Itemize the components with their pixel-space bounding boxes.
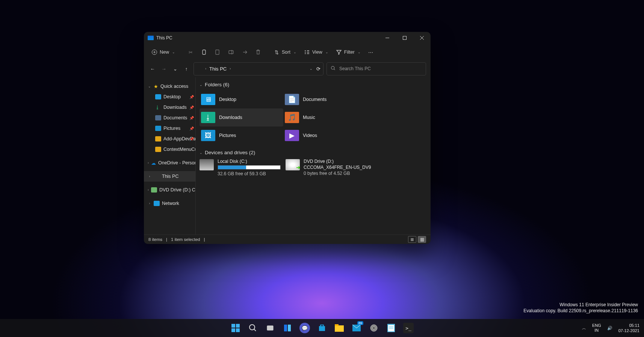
minimize-button[interactable] — [379, 32, 396, 44]
folder-icon: ▶ — [285, 130, 299, 141]
delete-button[interactable] — [254, 48, 263, 57]
search-icon — [331, 66, 336, 72]
drive-size: 0 bytes free of 4.52 GB — [304, 170, 371, 176]
breadcrumb-location[interactable]: This PC — [209, 66, 227, 72]
sidebar-network[interactable]: ›Network — [144, 198, 195, 209]
folder-label: Documents — [303, 97, 327, 102]
sidebar-item-pictures[interactable]: Pictures📌 — [144, 123, 195, 134]
svg-point-10 — [249, 325, 255, 330]
folder-videos[interactable]: ▶Videos — [283, 126, 367, 144]
sidebar-quick-access[interactable]: ⌄★Quick access — [144, 81, 195, 92]
chevron-right-icon[interactable]: › — [230, 67, 231, 71]
dvd-icon — [151, 187, 157, 193]
explorer-button[interactable] — [334, 323, 345, 333]
mail-button[interactable]: 89 — [351, 323, 362, 333]
network-icon — [154, 201, 160, 206]
pc-icon — [148, 36, 154, 40]
sidebar-item-folder[interactable]: ContextMenuCust — [144, 144, 195, 155]
folder-downloads[interactable]: ⭳Downloads — [200, 108, 283, 126]
back-button[interactable]: ← — [148, 65, 157, 73]
folder-label: Videos — [303, 133, 317, 138]
sidebar-item-desktop[interactable]: Desktop📌 — [144, 92, 195, 102]
chevron-down-icon[interactable]: ⌄ — [310, 67, 313, 71]
filter-menu[interactable]: Filter⌄ — [334, 48, 362, 57]
store-button[interactable] — [317, 323, 327, 333]
drive-dvd[interactable]: ➜ DVD Drive (D:) CCCOMA_X64FRE_EN-US_DV9… — [286, 158, 426, 177]
maximize-button[interactable] — [396, 32, 413, 44]
new-menu[interactable]: New⌄ — [150, 48, 177, 57]
documents-icon — [155, 115, 161, 120]
tiles-view-button[interactable]: ▦ — [418, 236, 426, 243]
dvd-icon: ➜ — [286, 159, 300, 170]
group-drives[interactable]: ⌄Devices and drives (2) — [200, 150, 426, 155]
widgets-button[interactable] — [282, 323, 293, 333]
mail-badge: 89 — [357, 321, 363, 325]
notepad-button[interactable] — [386, 323, 396, 333]
folder-desktop[interactable]: 🖥Desktop — [200, 90, 283, 108]
status-bar: 8 items | 1 item selected | ≣ ▦ — [144, 235, 431, 244]
terminal-button[interactable]: >_ — [403, 323, 414, 333]
volume-icon[interactable]: 🔊 — [607, 326, 612, 331]
history-dropdown[interactable]: ⌄ — [171, 65, 179, 73]
more-menu[interactable]: ⋯ — [367, 48, 375, 57]
language-secondary[interactable]: IN — [592, 328, 601, 333]
sidebar-item-documents[interactable]: Documents📌 — [144, 113, 195, 123]
drive-progress — [218, 165, 281, 170]
search-placeholder: Search This PC — [339, 66, 371, 71]
pc-icon — [196, 66, 202, 71]
folder-documents[interactable]: 📄Documents — [283, 90, 367, 108]
taskview-button[interactable] — [265, 323, 275, 333]
view-menu[interactable]: View⌄ — [302, 48, 330, 57]
up-button[interactable]: ↑ — [182, 65, 190, 73]
sidebar-this-pc[interactable]: ›This PC — [144, 171, 195, 182]
svg-rect-8 — [231, 328, 235, 332]
search-box[interactable]: Search This PC — [327, 62, 426, 75]
svg-point-20 — [373, 327, 375, 329]
settings-button[interactable] — [369, 323, 379, 333]
copy-button[interactable] — [200, 48, 209, 57]
svg-rect-11 — [267, 326, 273, 330]
drive-volume: CCCOMA_X64FRE_EN-US_DV9 — [304, 164, 371, 170]
search-button[interactable] — [248, 323, 258, 333]
start-button[interactable] — [230, 323, 241, 333]
drive-local-disk[interactable]: Local Disk (C:) 32.6 GB free of 59.3 GB — [200, 158, 283, 177]
clock[interactable]: 05:11 07-12-2021 — [618, 323, 639, 334]
drive-size: 32.6 GB free of 59.3 GB — [218, 171, 281, 177]
address-bar[interactable]: › This PC › ⌄ ⟳ — [194, 62, 324, 75]
folder-label: Desktop — [219, 97, 236, 102]
watermark: Windows 11 Enterprise Insider Preview Ev… — [523, 302, 638, 314]
status-items: 8 items — [148, 237, 162, 242]
folder-pictures[interactable]: 🖼Pictures — [200, 126, 283, 144]
folder-music[interactable]: 🎵Music — [283, 108, 367, 126]
svg-rect-6 — [231, 324, 235, 328]
sidebar-item-folder[interactable]: Add-AppDevPa📌 — [144, 134, 195, 144]
paste-button[interactable] — [213, 48, 222, 57]
details-view-button[interactable]: ≣ — [408, 236, 416, 243]
share-button[interactable] — [240, 48, 249, 57]
view-icon — [304, 49, 310, 55]
language-primary[interactable]: ENG — [592, 323, 601, 328]
close-button[interactable] — [413, 32, 431, 44]
sort-menu[interactable]: ⇅Sort⌄ — [272, 48, 298, 57]
chevron-right-icon: › — [205, 67, 206, 71]
forward-button[interactable]: → — [160, 65, 168, 73]
group-folders[interactable]: ⌄Folders (6) — [200, 82, 426, 87]
sidebar-onedrive[interactable]: ›☁OneDrive - Personal — [144, 158, 195, 168]
teams-button[interactable]: 💬 — [299, 323, 310, 333]
onedrive-icon: ☁ — [151, 160, 156, 166]
sidebar-item-downloads[interactable]: ⭳Downloads📌 — [144, 102, 195, 113]
tray-expand[interactable]: ︿ — [582, 325, 586, 331]
svg-rect-22 — [388, 325, 394, 331]
rename-button[interactable] — [227, 48, 236, 57]
pc-icon — [154, 174, 160, 179]
systray[interactable]: ︿ ENG IN 🔊 05:11 07-12-2021 — [582, 323, 639, 334]
titlebar[interactable]: This PC — [144, 32, 431, 44]
folder-icon: ⭳ — [201, 112, 215, 123]
taskbar[interactable]: 💬 89 >_ ︿ ENG IN 🔊 05:11 07-12-2021 — [0, 319, 644, 337]
cut-button[interactable]: ✂ — [186, 48, 195, 57]
new-label: New — [160, 50, 169, 55]
folder-icon — [155, 136, 161, 141]
refresh-button[interactable]: ⟳ — [316, 66, 321, 72]
svg-rect-9 — [236, 328, 240, 332]
sidebar-dvd[interactable]: ›DVD Drive (D:) CCCO — [144, 185, 195, 195]
